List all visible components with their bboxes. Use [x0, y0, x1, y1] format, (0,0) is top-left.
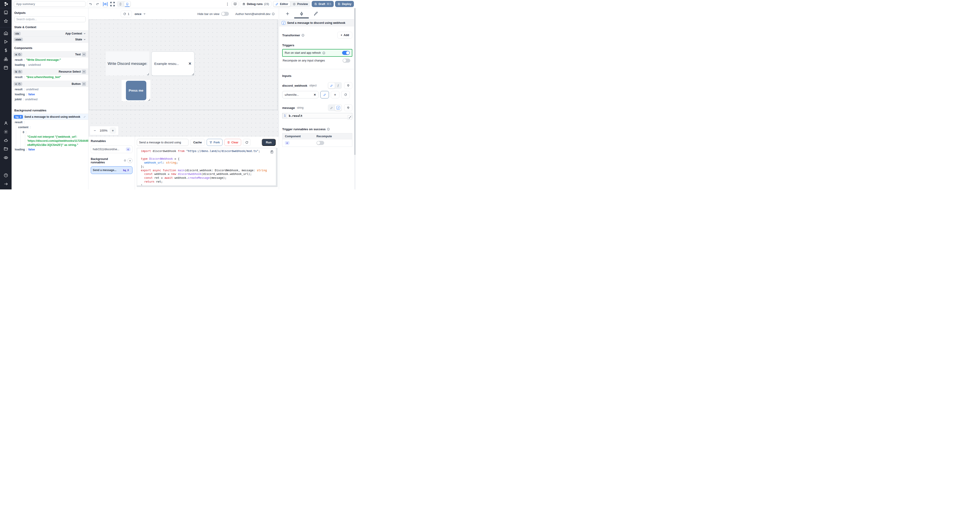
copy-code-icon[interactable] — [270, 150, 274, 154]
editor-preview-toggle: Editor Preview — [273, 1, 310, 7]
clear-resource-icon[interactable]: ✕ — [314, 93, 316, 96]
press-me-button[interactable]: Press me — [126, 81, 146, 100]
connect-input-button[interactable] — [344, 82, 352, 89]
dollar-icon[interactable] — [4, 48, 8, 53]
resize-handle[interactable] — [147, 73, 149, 75]
run-on-start-toggle[interactable] — [342, 51, 350, 55]
collapse-arrow-icon[interactable] — [4, 182, 8, 186]
static-mode-button[interactable] — [328, 83, 335, 89]
tab-theme[interactable] — [313, 11, 318, 16]
folder-icon[interactable] — [4, 147, 8, 151]
clear-selection-icon[interactable]: ✕ — [189, 62, 191, 66]
gear-icon[interactable] — [4, 129, 8, 134]
selected-runnable-header: f Send a message to discord using webhoo… — [279, 19, 356, 26]
star-icon[interactable] — [4, 19, 8, 23]
clear-button[interactable]: Clear — [224, 139, 241, 146]
kebab-menu-icon[interactable]: ⋮ — [224, 2, 230, 6]
chevron-down-icon — [83, 32, 86, 35]
tab-insert-component[interactable] — [285, 11, 290, 16]
resize-handle[interactable] — [148, 99, 150, 101]
message-expression-editor[interactable]: 1 b.result — [282, 113, 352, 118]
output-row-state[interactable]: state State — [11, 37, 88, 43]
fork-button[interactable]: Fork — [207, 139, 223, 146]
center-align-button[interactable] — [102, 1, 108, 7]
code-editor[interactable]: import discordwebhook from "https://deno… — [137, 148, 277, 187]
desktop-view-button[interactable] — [124, 2, 130, 6]
zoom-in-button[interactable]: + — [110, 127, 116, 134]
debug-runs-count: (23) — [264, 3, 269, 6]
text-component[interactable]: Write Discord message: — [106, 51, 149, 76]
windmill-logo[interactable] — [0, 0, 11, 8]
components-icon — [299, 11, 304, 16]
calendar-icon[interactable] — [4, 65, 8, 70]
tab-component-settings[interactable] — [299, 11, 304, 16]
row-recompute-toggle[interactable] — [317, 141, 324, 145]
reload-script-button[interactable] — [243, 139, 251, 146]
fullscreen-button[interactable] — [110, 1, 116, 7]
robot-icon[interactable] — [4, 138, 8, 143]
eval-mode-button[interactable]: f — [335, 105, 341, 111]
component-row-a[interactable]: a Text — [11, 51, 88, 57]
refresh-resource-button[interactable] — [341, 91, 350, 99]
expand-editor-button[interactable] — [348, 115, 352, 119]
building-icon[interactable] — [4, 10, 8, 15]
recompute-toggle[interactable] — [342, 59, 350, 63]
play-icon[interactable] — [4, 40, 8, 44]
trigger-success-table: Component Recompute c — [282, 133, 352, 147]
inputs-title: Inputs — [282, 74, 352, 78]
add-background-runnable-button[interactable]: + — [127, 158, 132, 163]
tab-editor[interactable]: Editor — [274, 2, 290, 6]
ctx-type-label: App Context — [65, 32, 82, 35]
connect-input-button[interactable] — [344, 104, 352, 111]
background-runnable-row[interactable]: bg_0 Send a message to discord using web… — [11, 114, 88, 120]
app-summary-input[interactable] — [14, 1, 86, 7]
background-runnable-item-selected[interactable]: Send a message... bg_0 — [91, 166, 132, 174]
component-row-b[interactable]: b Resource Select — [11, 68, 88, 75]
run-button[interactable]: Run — [262, 139, 275, 146]
refresh-mode-dropdown[interactable]: once — [135, 12, 146, 16]
collapse-a-button[interactable] — [82, 53, 86, 56]
refresh-count-button[interactable]: 1 — [121, 11, 132, 17]
code-vertical-scrollbar[interactable] — [276, 148, 277, 187]
output-row-ctx[interactable]: ctx App Context — [11, 30, 88, 37]
user-icon[interactable] — [4, 121, 8, 126]
triggers-title: Triggers — [282, 43, 352, 47]
tab-preview[interactable]: Preview — [291, 2, 310, 6]
add-transformer-button[interactable]: + Add — [337, 32, 352, 38]
bg0-index-key: 0 — [23, 130, 24, 134]
code-horizontal-scrollbar[interactable] — [137, 185, 276, 187]
outputs-search-input[interactable] — [14, 16, 86, 22]
field2-name: message — [282, 106, 295, 110]
deploy-button[interactable]: Deploy — [335, 1, 354, 7]
collapse-b-button[interactable] — [82, 70, 86, 74]
cubes-icon[interactable] — [4, 57, 8, 61]
debug-runs-button[interactable]: Debug runs (23) — [240, 1, 272, 7]
draft-button[interactable]: Draft ⌘S — [312, 1, 334, 7]
mobile-view-button[interactable] — [117, 2, 124, 6]
static-mode-button[interactable] — [328, 105, 335, 111]
undo-button[interactable] — [87, 1, 94, 7]
runnable-item[interactable]: hub/1511/discord/se... c — [91, 145, 132, 153]
hide-bar-toggle[interactable] — [221, 12, 229, 16]
help-icon[interactable] — [4, 173, 8, 178]
add-resource-button[interactable]: + — [331, 91, 339, 99]
collapse-c-button[interactable] — [82, 82, 86, 86]
docs-button[interactable] — [232, 1, 239, 7]
app-canvas[interactable]: Write Discord message: Example resou... … — [89, 19, 279, 136]
component-c-badge: c — [285, 141, 290, 145]
redo-button[interactable] — [94, 1, 101, 7]
table-row: c — [282, 139, 352, 146]
home-icon[interactable] — [4, 31, 8, 35]
eval-mode-button[interactable]: f — [335, 83, 341, 89]
script-name-input[interactable] — [137, 139, 189, 146]
cache-button[interactable]: Cache — [190, 139, 205, 146]
resize-handle[interactable] — [192, 73, 194, 75]
zoom-out-button[interactable]: − — [92, 129, 97, 133]
resource-select-component[interactable]: Example resou... ✕ — [151, 51, 194, 76]
component-row-c[interactable]: c Button — [11, 81, 88, 87]
edit-resource-button[interactable] — [320, 91, 329, 99]
resource-select[interactable]: u/henri/te... ✕ — [282, 91, 318, 99]
page-scrollbar[interactable] — [354, 8, 356, 189]
function-icon: f — [282, 21, 285, 25]
eye-icon[interactable] — [4, 155, 8, 160]
